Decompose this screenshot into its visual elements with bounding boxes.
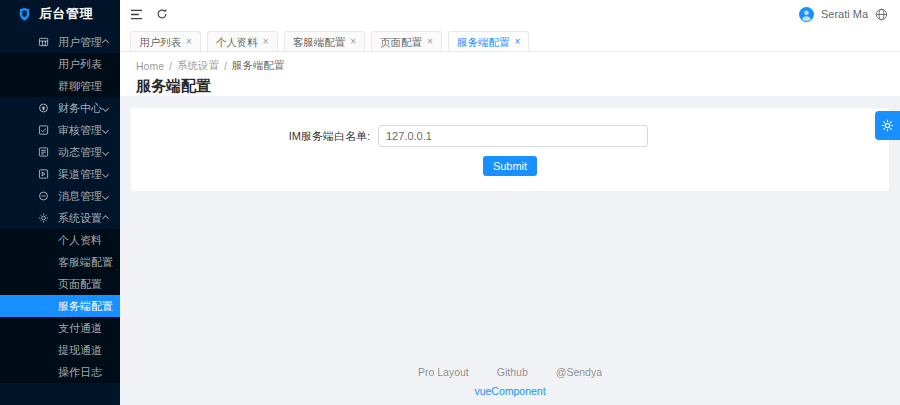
sidebar-item-page-config[interactable]: 页面配置 [0, 273, 120, 295]
sidebar-item-group-chat[interactable]: 群聊管理 [0, 75, 120, 97]
submenu-system-settings: 个人资料 客服端配置 页面配置 服务端配置 支付通道 提现通道 操作日志 [0, 229, 120, 383]
sidebar-item-payment-channel[interactable]: 支付通道 [0, 317, 120, 339]
sidebar-group-message[interactable]: 消息管理 [0, 185, 120, 207]
chevron-down-icon [102, 149, 109, 156]
breadcrumb-separator: / [224, 60, 227, 72]
topbar: Serati Ma [120, 0, 900, 28]
chevron-down-icon [102, 127, 109, 134]
footer: Pro Layout Github @Sendya vueComponent [131, 353, 889, 405]
tab-label: 个人资料 [216, 33, 258, 51]
form-card: IM服务端白名单: Submit [131, 108, 889, 191]
form-row: IM服务端白名单: [131, 125, 889, 147]
footer-brand-link[interactable]: vueComponent [131, 385, 889, 397]
sidebar: 后台管理 用户管理 用户列表 群聊管理 财务中心 审核管理 [0, 0, 120, 405]
app-logo[interactable]: 后台管理 [0, 0, 120, 28]
sidebar-item-user-list[interactable]: 用户列表 [0, 53, 120, 75]
tab-page-config[interactable]: 页面配置 × [371, 31, 442, 51]
avatar[interactable] [799, 7, 814, 22]
sidebar-menu: 用户管理 用户列表 群聊管理 财务中心 审核管理 动态管理 [0, 28, 120, 383]
close-icon[interactable]: × [350, 33, 356, 51]
footer-link-sendya[interactable]: @Sendya [556, 366, 602, 378]
sidebar-item-server-config[interactable]: 服务端配置 [0, 295, 120, 317]
chevron-down-icon [102, 105, 109, 112]
logo-icon [17, 7, 32, 22]
sidebar-group-finance[interactable]: 财务中心 [0, 97, 120, 119]
tab-label: 用户列表 [139, 33, 181, 51]
close-icon[interactable]: × [427, 33, 433, 51]
breadcrumb-current: 服务端配置 [232, 59, 285, 73]
sidebar-group-dynamic[interactable]: 动态管理 [0, 141, 120, 163]
sidebar-group-user-management[interactable]: 用户管理 [0, 31, 120, 53]
table-icon [38, 37, 49, 48]
theme-settings-button[interactable] [875, 111, 900, 140]
tabbar: 用户列表 × 个人资料 × 客服端配置 × 页面配置 × 服务端配置 × [120, 28, 900, 52]
footer-link-pro-layout[interactable]: Pro Layout [418, 366, 469, 378]
chevron-down-icon [102, 171, 109, 178]
page-title: 服务端配置 [136, 77, 884, 96]
breadcrumb: Home / 系统设置 / 服务端配置 [136, 59, 884, 73]
submit-row: Submit [131, 156, 889, 176]
submit-button[interactable]: Submit [483, 156, 537, 176]
tab-label: 页面配置 [380, 33, 422, 51]
sidebar-item-operation-log[interactable]: 操作日志 [0, 361, 120, 383]
globe-icon[interactable] [875, 8, 888, 21]
tab-user-list[interactable]: 用户列表 × [130, 31, 201, 51]
gear-icon [881, 119, 894, 132]
sidebar-group-channel[interactable]: 渠道管理 [0, 163, 120, 185]
content-area: IM服务端白名单: Submit Pro Layout Github @Send… [120, 96, 900, 405]
close-icon[interactable]: × [263, 33, 269, 51]
main-area: Serati Ma 用户列表 × 个人资料 × 客服端配置 × 页面配置 × 服… [120, 0, 900, 405]
wallet-icon [38, 103, 49, 114]
user-name[interactable]: Serati Ma [821, 8, 868, 20]
gear-icon [38, 213, 49, 224]
page-header: Home / 系统设置 / 服务端配置 服务端配置 [120, 52, 900, 96]
topbar-right: Serati Ma [799, 7, 888, 22]
tab-server-config[interactable]: 服务端配置 × [448, 31, 529, 51]
footer-link-github[interactable]: Github [497, 366, 528, 378]
sidebar-item-client-config[interactable]: 客服端配置 [0, 251, 120, 273]
breadcrumb-separator: / [169, 60, 172, 72]
close-icon[interactable]: × [186, 33, 192, 51]
sidebar-group-audit[interactable]: 审核管理 [0, 119, 120, 141]
footer-links: Pro Layout Github @Sendya [418, 366, 602, 378]
sidebar-group-system-settings[interactable]: 系统设置 [0, 207, 120, 229]
breadcrumb-system-settings[interactable]: 系统设置 [177, 59, 219, 73]
close-icon[interactable]: × [514, 33, 520, 51]
sidebar-item-profile[interactable]: 个人资料 [0, 229, 120, 251]
sidebar-item-withdraw-channel[interactable]: 提现通道 [0, 339, 120, 361]
tab-label: 服务端配置 [457, 33, 510, 51]
audit-icon [38, 125, 49, 136]
chevron-down-icon [102, 193, 109, 200]
chevron-up-icon [102, 215, 109, 222]
tab-profile[interactable]: 个人资料 × [207, 31, 278, 51]
breadcrumb-home[interactable]: Home [136, 60, 164, 72]
im-whitelist-input[interactable] [378, 125, 648, 147]
signal-icon [38, 147, 49, 158]
channel-icon [38, 169, 49, 180]
tab-label: 客服端配置 [293, 33, 346, 51]
submenu-user-management: 用户列表 群聊管理 [0, 53, 120, 97]
tab-client-config[interactable]: 客服端配置 × [284, 31, 365, 51]
im-whitelist-label: IM服务端白名单: [131, 129, 378, 144]
message-icon [38, 191, 49, 202]
chevron-up-icon [102, 39, 109, 46]
sidebar-collapse-icon[interactable] [130, 9, 143, 20]
reload-icon[interactable] [156, 8, 168, 20]
app-title: 后台管理 [39, 5, 93, 23]
